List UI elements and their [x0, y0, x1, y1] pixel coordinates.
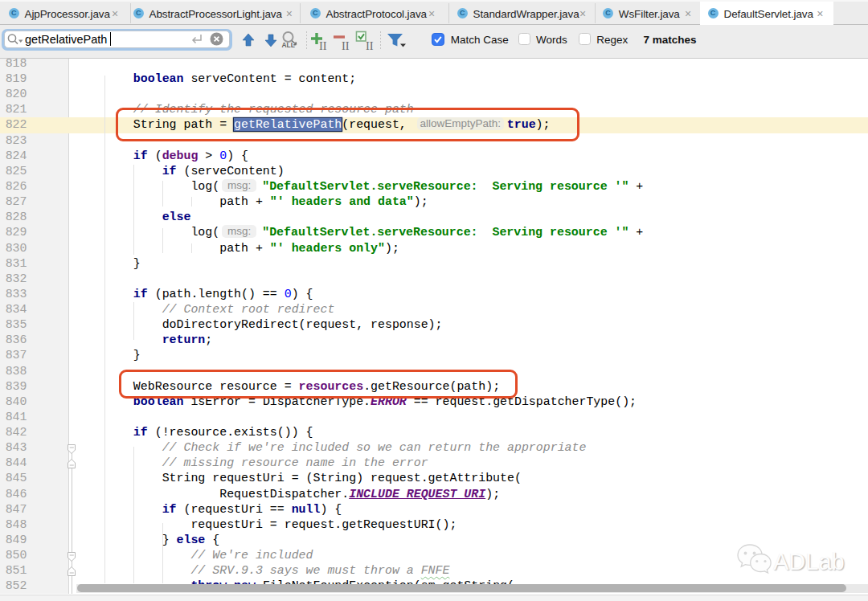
svg-text:II: II [342, 39, 350, 52]
svg-text:II: II [319, 39, 327, 52]
svg-text:ALL: ALL [282, 41, 295, 49]
svg-text:II: II [366, 39, 374, 52]
